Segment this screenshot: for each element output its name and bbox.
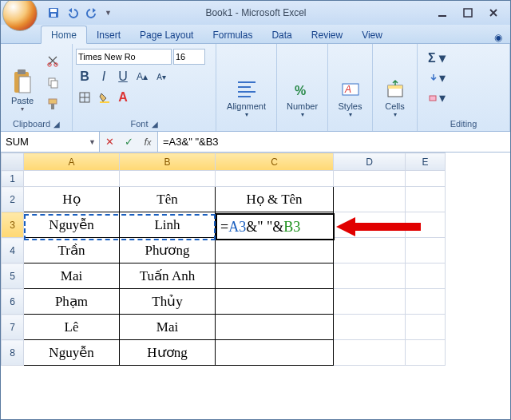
worksheet-grid[interactable]: A B C D E 1 2 Họ Tên Họ & Tên 3 Nguyễn L…: [1, 153, 510, 366]
fill-icon[interactable]: ▾: [424, 69, 450, 86]
cell-D4[interactable]: [334, 238, 406, 263]
tab-data[interactable]: Data: [262, 26, 301, 43]
col-header-C[interactable]: C: [216, 153, 334, 171]
col-header-A[interactable]: A: [24, 153, 120, 171]
italic-button[interactable]: I: [95, 68, 113, 85]
tab-insert[interactable]: Insert: [87, 26, 130, 43]
cell-C8[interactable]: [216, 340, 334, 366]
help-icon[interactable]: ◉: [494, 32, 510, 43]
cell-A2[interactable]: Họ: [24, 187, 120, 212]
cell-A6[interactable]: Phạm: [24, 289, 120, 315]
qat-dropdown-icon[interactable]: ▼: [105, 9, 112, 17]
enter-formula-icon[interactable]: ✓: [119, 136, 138, 148]
cell-C5[interactable]: [216, 263, 334, 289]
cell-E8[interactable]: [406, 340, 446, 366]
col-header-B[interactable]: B: [120, 153, 216, 171]
row-header-4[interactable]: 4: [2, 238, 24, 263]
svg-rect-11: [51, 81, 57, 88]
select-all-corner[interactable]: [2, 153, 24, 171]
row-header-1[interactable]: 1: [2, 171, 24, 187]
styles-button[interactable]: A Styles▾: [332, 55, 369, 121]
svg-rect-13: [51, 104, 54, 109]
row-header-6[interactable]: 6: [2, 289, 24, 315]
cell-C4[interactable]: [216, 238, 334, 263]
shrink-font-icon[interactable]: A▾: [153, 68, 170, 85]
cell-B8[interactable]: Hương: [120, 340, 216, 366]
tab-review[interactable]: Review: [302, 26, 352, 43]
cell-A5[interactable]: Mai: [24, 263, 120, 289]
maximize-button[interactable]: [461, 8, 475, 18]
formula-input[interactable]: =A3&" "&B3: [158, 132, 510, 152]
cell-E3[interactable]: [406, 212, 446, 238]
underline-button[interactable]: U: [114, 68, 132, 85]
fx-icon[interactable]: fx: [138, 136, 157, 148]
bold-button[interactable]: B: [76, 68, 93, 85]
alignment-button[interactable]: Alignment▾: [228, 55, 265, 121]
cell-C2[interactable]: Họ & Tên: [216, 187, 334, 212]
name-box[interactable]: SUM ▼: [1, 132, 100, 152]
row-header-2[interactable]: 2: [2, 187, 24, 212]
cell-D3[interactable]: [334, 212, 406, 238]
svg-rect-12: [49, 99, 57, 104]
font-size-selector[interactable]: [173, 49, 205, 65]
font-launcher-icon[interactable]: ◢: [152, 120, 158, 129]
cell-E7[interactable]: [406, 315, 446, 340]
cell-edit-overlay-C3[interactable]: =A3&" "&B3: [216, 213, 335, 240]
col-header-E[interactable]: E: [406, 153, 446, 171]
cut-icon[interactable]: [44, 52, 61, 69]
cell-C7[interactable]: [216, 315, 334, 340]
copy-icon[interactable]: [44, 73, 61, 91]
cell-A4[interactable]: Trần: [24, 238, 120, 263]
namebox-dropdown-icon[interactable]: ▼: [89, 138, 96, 146]
formula-ref-A3: A3: [228, 219, 246, 236]
cell-D2[interactable]: [334, 187, 406, 212]
cell-A7[interactable]: Lê: [24, 315, 120, 340]
font-color-icon[interactable]: A: [114, 89, 132, 106]
minimize-button[interactable]: [435, 8, 450, 18]
cell-B5[interactable]: Tuấn Anh: [120, 263, 216, 289]
cell-A3[interactable]: Nguyễn: [24, 212, 120, 238]
cells-button[interactable]: Cells▾: [377, 55, 414, 121]
alignment-label: Alignment: [227, 101, 266, 111]
cell-B3[interactable]: Linh: [120, 212, 216, 238]
grow-font-icon[interactable]: A▴: [133, 68, 151, 85]
format-painter-icon[interactable]: [44, 95, 61, 113]
font-family-selector[interactable]: [76, 49, 172, 65]
row-header-5[interactable]: 5: [2, 263, 24, 289]
col-header-D[interactable]: D: [334, 153, 406, 171]
tab-formulas[interactable]: Formulas: [203, 26, 262, 43]
row-header-7[interactable]: 7: [2, 315, 24, 340]
cell-B6[interactable]: Thủy: [120, 289, 216, 315]
tab-home[interactable]: Home: [41, 26, 87, 44]
cell-B7[interactable]: Mai: [120, 315, 216, 340]
tab-view[interactable]: View: [352, 26, 392, 43]
cell-D5[interactable]: [334, 263, 406, 289]
autosum-icon[interactable]: Σ ▾: [424, 49, 450, 66]
fill-color-icon[interactable]: [95, 89, 113, 106]
borders-icon[interactable]: [76, 89, 93, 106]
row-header-8[interactable]: 8: [2, 340, 24, 366]
cell-A8[interactable]: Nguyễn: [24, 340, 120, 366]
cell-E5[interactable]: [406, 263, 446, 289]
undo-icon[interactable]: [66, 7, 79, 18]
row-header-3[interactable]: 3: [2, 212, 24, 238]
cell-E6[interactable]: [406, 289, 446, 315]
cell-E4[interactable]: [406, 238, 446, 263]
cell-E2[interactable]: [406, 187, 446, 212]
cell-B4[interactable]: Phương: [120, 238, 216, 263]
cell-B2[interactable]: Tên: [120, 187, 216, 212]
cancel-formula-icon[interactable]: ✕: [100, 136, 119, 148]
clear-icon[interactable]: ▾: [424, 89, 450, 106]
cell-D6[interactable]: [334, 289, 406, 315]
cell-C6[interactable]: [216, 289, 334, 315]
close-button[interactable]: [486, 8, 501, 18]
cell-D7[interactable]: [334, 315, 406, 340]
paste-button[interactable]: Paste ▾: [4, 50, 41, 115]
redo-icon[interactable]: [85, 7, 98, 18]
cell-D8[interactable]: [334, 340, 406, 366]
number-button[interactable]: % Number▾: [284, 55, 321, 121]
save-icon[interactable]: [47, 6, 60, 19]
tab-page-layout[interactable]: Page Layout: [130, 26, 203, 43]
ribbon: Paste ▾ Clipboard◢ B I U A▴ A▾: [1, 44, 510, 132]
clipboard-launcher-icon[interactable]: ◢: [53, 120, 60, 129]
